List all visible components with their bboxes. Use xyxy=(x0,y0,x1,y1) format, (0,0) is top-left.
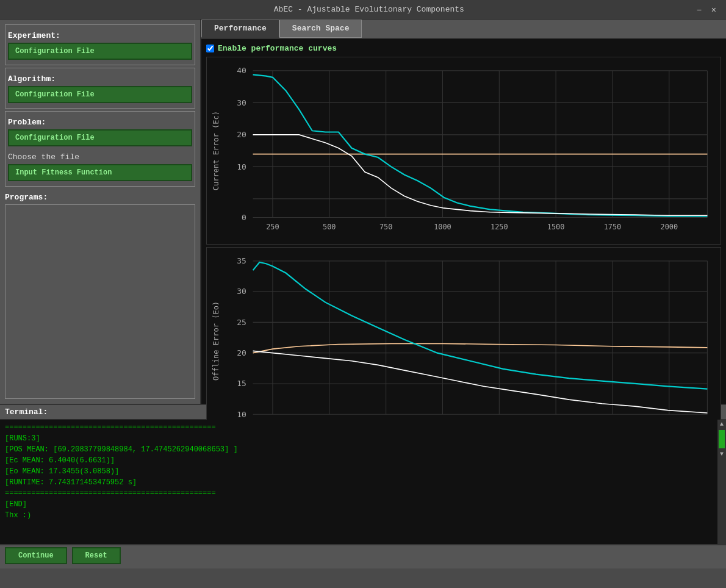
svg-text:35: 35 xyxy=(237,256,246,265)
fitness-function-button[interactable]: Input Fitness Function xyxy=(8,164,192,181)
algorithm-label: Algorithm: xyxy=(8,74,192,84)
svg-text:500: 500 xyxy=(323,223,336,231)
svg-text:10: 10 xyxy=(237,410,246,419)
svg-text:2000: 2000 xyxy=(661,223,678,231)
terminal-line: ========================================… xyxy=(5,422,714,433)
terminal-line: [END] xyxy=(5,499,714,510)
experiment-section: Experiment: Configuration File xyxy=(5,24,195,65)
scroll-up-arrow[interactable]: ▲ xyxy=(719,420,725,429)
svg-text:0: 0 xyxy=(242,213,246,222)
algorithm-section: Algorithm: Configuration File xyxy=(5,68,195,109)
algorithm-config-button[interactable]: Configuration File xyxy=(8,86,192,103)
terminal-line: [POS MEAN: [69.20837799848984, 17.474526… xyxy=(5,444,714,455)
continue-button[interactable]: Continue xyxy=(5,547,67,564)
problem-label: Problem: xyxy=(8,118,192,127)
offline-error-chart: 35 30 25 20 15 10 Offline Error (Eo) 250… xyxy=(206,247,721,448)
svg-text:20: 20 xyxy=(237,348,246,357)
terminal-line: [Ec MEAN: 6.4040(6.6631)] xyxy=(5,455,714,466)
svg-text:15: 15 xyxy=(237,379,246,388)
problem-config-button[interactable]: Configuration File xyxy=(8,129,192,146)
tab-bar: Performance Search Space xyxy=(201,20,726,39)
terminal-line: [RUNTIME: 7.743171453475952 s] xyxy=(5,477,714,488)
current-error-chart: 40 30 20 10 0 Current Error (Ec) 250 500… xyxy=(206,57,721,245)
svg-text:1500: 1500 xyxy=(547,223,565,231)
svg-text:Current Error (Ec): Current Error (Ec) xyxy=(212,111,221,190)
experiment-label: Experiment: xyxy=(8,31,192,40)
minimize-button[interactable]: − xyxy=(694,5,704,15)
svg-text:1750: 1750 xyxy=(604,223,622,231)
enable-curves-label: Enable performance curves xyxy=(218,44,337,53)
svg-text:Offline Error (Eo): Offline Error (Eo) xyxy=(212,301,220,381)
experiment-config-button[interactable]: Configuration File xyxy=(8,43,192,60)
reset-button[interactable]: Reset xyxy=(72,547,121,564)
choose-file-label: Choose the file xyxy=(8,152,192,162)
close-button[interactable]: × xyxy=(709,5,719,15)
tab-performance[interactable]: Performance xyxy=(201,20,279,38)
terminal-line: ========================================… xyxy=(5,488,714,499)
terminal-section: Terminal: ==============================… xyxy=(0,404,726,544)
problem-section: Problem: Configuration File Choose the f… xyxy=(5,111,195,187)
bottom-bar: Continue Reset xyxy=(0,544,726,568)
tab-search-space[interactable]: Search Space xyxy=(279,20,362,38)
terminal-scrollbar[interactable]: ▲ ▼ xyxy=(717,420,726,544)
scroll-thumb[interactable] xyxy=(719,430,725,448)
scroll-down-arrow[interactable]: ▼ xyxy=(719,450,725,459)
left-panel: Experiment: Configuration File Algorithm… xyxy=(0,20,201,404)
title-bar: AbEC - Ajustable Evolutionary Components… xyxy=(0,0,726,20)
enable-curves-checkbox[interactable] xyxy=(206,45,214,52)
window-title: AbEC - Ajustable Evolutionary Components xyxy=(44,5,694,14)
svg-text:250: 250 xyxy=(266,223,279,231)
programs-box xyxy=(5,204,195,399)
terminal-line: Thx :) xyxy=(5,510,714,521)
svg-text:30: 30 xyxy=(237,287,246,296)
svg-text:750: 750 xyxy=(379,223,392,231)
right-panel: Performance Search Space Enable performa… xyxy=(201,20,726,404)
svg-text:30: 30 xyxy=(237,98,246,107)
charts-container: 40 30 20 10 0 Current Error (Ec) 250 500… xyxy=(206,57,721,448)
terminal-line: [RUNS:3] xyxy=(5,433,714,444)
programs-label: Programs: xyxy=(5,193,195,202)
svg-text:10: 10 xyxy=(237,162,246,171)
chart-area: Enable performance curves xyxy=(201,39,726,453)
svg-text:40: 40 xyxy=(237,66,246,75)
svg-text:1250: 1250 xyxy=(491,223,508,231)
terminal-line: [Eo MEAN: 17.3455(3.0858)] xyxy=(5,466,714,477)
svg-text:1000: 1000 xyxy=(434,223,451,231)
svg-text:25: 25 xyxy=(237,318,246,327)
svg-text:20: 20 xyxy=(237,130,246,139)
terminal-body: ========================================… xyxy=(0,420,726,544)
